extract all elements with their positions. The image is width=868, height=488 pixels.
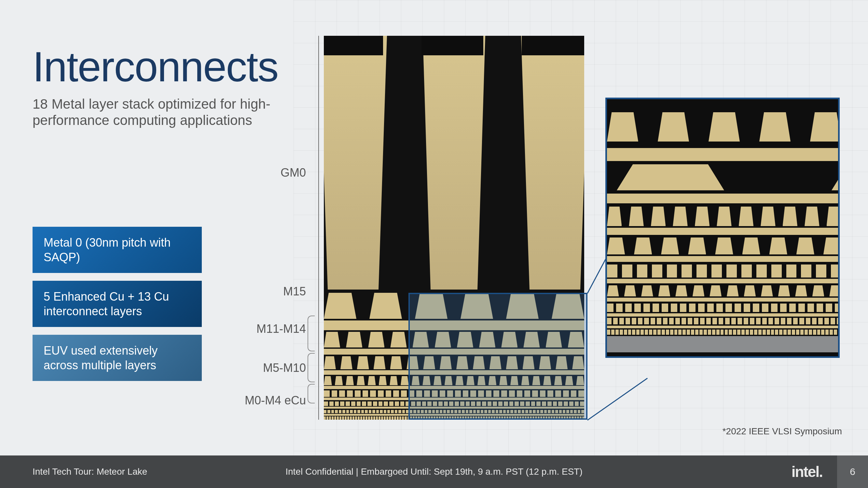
layer-labels: GM0 M15 M11-M14 M5-M10 M0-M4 eCu — [221, 36, 306, 420]
label-m5-m10: M5-M10 — [263, 361, 306, 375]
callout-cu-layers: 5 Enhanced Cu + 13 Cu interconnect layer… — [33, 281, 202, 327]
footer-left: Intel Tech Tour: Meteor Lake — [33, 466, 147, 477]
page-number: 6 — [837, 455, 868, 488]
zoom-highlight-box — [408, 293, 587, 420]
footnote: *2022 IEEE VLSI Symposium — [722, 426, 842, 436]
label-m15: M15 — [283, 285, 306, 298]
callout-list: Metal 0 (30nm pitch with SAQP) 5 Enhance… — [33, 227, 202, 389]
intel-logo: intel. — [792, 463, 823, 481]
label-gm0: GM0 — [281, 166, 306, 180]
callout-metal0: Metal 0 (30nm pitch with SAQP) — [33, 227, 202, 273]
axis-line — [318, 36, 319, 420]
brace-icon — [308, 316, 315, 351]
label-m11-m14: M11-M14 — [256, 322, 306, 336]
footer-bar: Intel Tech Tour: Meteor Lake Intel Confi… — [0, 455, 868, 488]
zoom-panel — [606, 98, 840, 358]
brace-icon — [308, 384, 315, 403]
callout-euv: EUV used extensively across multiple lay… — [33, 335, 202, 381]
brace-icon — [308, 353, 315, 382]
label-m0-m4: M0-M4 eCu — [245, 394, 306, 407]
